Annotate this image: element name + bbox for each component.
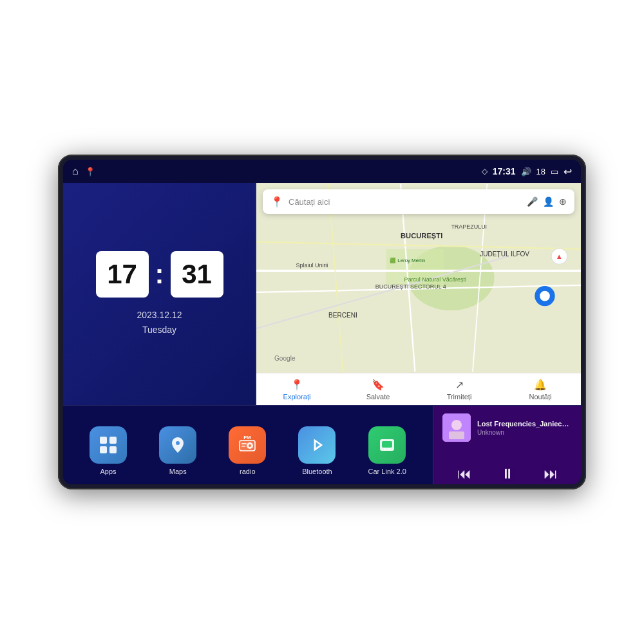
clock-minute: 31 [171,251,223,298]
play-pause-button[interactable]: ⏸ [494,463,521,484]
clock-date: 2023.12.12 Tuesday [137,308,182,337]
carlink-label: Car Link 2.0 [368,468,406,475]
map-nav-send-label: Trimiteți [447,393,472,401]
signal-icon: ◇ [482,167,488,176]
status-left-icons: ⌂ 📍 [72,166,95,177]
mic-icon[interactable]: 🎤 [527,196,538,207]
app-bluetooth[interactable]: Bluetooth [298,426,336,475]
volume-icon: 🔊 [521,167,531,176]
svg-text:🟩 Leroy Merlin: 🟩 Leroy Merlin [390,257,425,263]
status-bar: ⌂ 📍 ◇ 17:31 🔊 18 ▭ ↩ [63,160,581,183]
svg-rect-41 [449,431,464,439]
app-radio[interactable]: FM radio [229,426,266,475]
clock-display: 17 : 31 [96,251,223,298]
svg-rect-26 [109,446,117,453]
svg-rect-37 [384,448,386,450]
map-search-actions: 🎤 👤 ⊕ [527,196,567,207]
radio-label: radio [240,468,255,475]
svg-text:TRAPEZULUI: TRAPEZULUI [451,223,487,230]
svg-rect-23 [100,437,107,444]
svg-text:Google: Google [274,355,296,362]
bluetooth-label: Bluetooth [302,468,332,475]
news-icon: 🔔 [534,379,547,391]
layers-icon[interactable]: ⊕ [559,196,567,207]
music-artist: Unknown [477,429,572,436]
app-carlink[interactable]: Car Link 2.0 [368,426,406,475]
map-nav-send[interactable]: ↗ Trimiteți [419,374,500,405]
account-icon[interactable]: 👤 [543,196,554,207]
svg-text:JUDEȚUL ILFOV: JUDEȚUL ILFOV [480,251,529,258]
send-icon: ↗ [455,379,464,391]
map-panel[interactable]: 📍 Căutați aici 🎤 👤 ⊕ [256,183,581,405]
svg-rect-38 [388,448,390,450]
map-nav-news-label: Noutăți [529,393,552,401]
radio-icon: FM [229,426,266,464]
device: ⌂ 📍 ◇ 17:31 🔊 18 ▭ ↩ 17 : [58,155,586,489]
next-button[interactable]: ⏭ [537,463,564,484]
map-nav-bar: 📍 Explorați 🔖 Salvate ↗ Trimiteți 🔔 [256,373,581,405]
maps-icon [159,426,196,464]
clock-hour: 17 [96,251,149,298]
battery-icon: ▭ [551,167,558,176]
music-text: Lost Frequencies_Janieck Devy-... Unknow… [477,420,572,436]
svg-text:BUCUREȘTI SECTORUL 4: BUCUREȘTI SECTORUL 4 [375,283,446,290]
svg-rect-24 [109,437,117,444]
app-maps[interactable]: Maps [159,426,196,475]
map-pin-icon: 📍 [270,196,283,208]
svg-rect-33 [242,446,245,447]
svg-point-27 [176,441,180,445]
svg-text:Splaiul Unirii: Splaiul Unirii [296,262,328,269]
svg-rect-32 [242,443,247,444]
apps-label: Apps [100,468,117,475]
map-nav-explore-label: Explorați [283,393,311,401]
svg-text:Parcul Natural Văcărești: Parcul Natural Văcărești [404,276,466,283]
prev-button[interactable]: ⏮ [451,463,478,484]
status-right-icons: ◇ 17:31 🔊 18 ▭ ↩ [482,166,572,178]
status-time: 17:31 [493,166,516,176]
map-nav-news[interactable]: 🔔 Noutăți [500,374,581,405]
maps-label: Maps [169,468,187,475]
top-section: 17 : 31 2023.12.12 Tuesday 📍 Căutați aic… [63,183,581,405]
bottom-section: Apps Maps [63,405,581,484]
svg-point-40 [451,420,462,430]
app-apps[interactable]: Apps [90,426,127,475]
saved-icon: 🔖 [372,379,384,391]
svg-point-19 [540,291,550,301]
back-icon[interactable]: ↩ [564,166,572,178]
map-search-bar[interactable]: 📍 Căutați aici 🎤 👤 ⊕ [263,189,574,214]
apps-panel: Apps Maps [63,406,433,484]
svg-text:BERCENI: BERCENI [328,312,357,319]
apps-icon [90,426,127,464]
maps-status-icon[interactable]: 📍 [85,167,95,176]
svg-rect-25 [100,446,107,453]
svg-rect-36 [382,441,392,448]
main-content: 17 : 31 2023.12.12 Tuesday 📍 Căutați aic… [63,183,581,484]
map-search-placeholder[interactable]: Căutați aici [289,197,522,207]
carlink-icon [368,426,406,464]
explore-icon: 📍 [290,379,303,391]
clock-separator: : [155,259,164,290]
map-nav-saved-label: Salvate [366,393,390,401]
music-panel: Lost Frequencies_Janieck Devy-... Unknow… [433,406,581,484]
svg-text:BUCUREȘTI: BUCUREȘTI [401,232,442,240]
screen: ⌂ 📍 ◇ 17:31 🔊 18 ▭ ↩ 17 : [63,160,581,484]
music-title: Lost Frequencies_Janieck Devy-... [477,420,572,428]
svg-text:▲: ▲ [556,252,563,260]
music-info: Lost Frequencies_Janieck Devy-... Unknow… [442,413,572,442]
map-nav-saved[interactable]: 🔖 Salvate [337,374,419,405]
music-thumbnail [442,413,471,442]
clock-panel: 17 : 31 2023.12.12 Tuesday [63,183,256,405]
map-nav-explore[interactable]: 📍 Explorați [256,374,337,405]
bluetooth-icon [298,426,336,464]
svg-point-31 [249,444,251,447]
volume-level: 18 [536,167,545,176]
music-controls: ⏮ ⏸ ⏭ [442,460,572,484]
home-icon[interactable]: ⌂ [72,166,79,177]
svg-text:FM: FM [244,435,252,440]
